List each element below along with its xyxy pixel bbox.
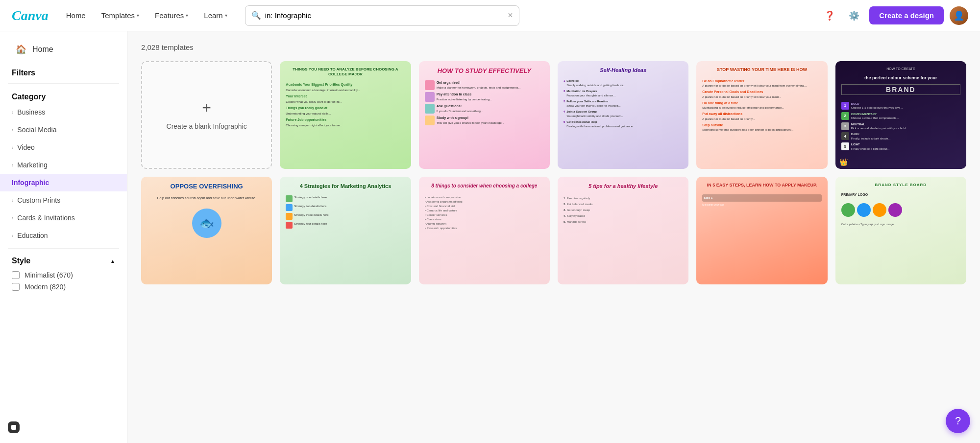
crown-icon: 👑 [839,158,848,166]
close-icon[interactable]: × [508,10,513,21]
template-card[interactable]: HOW TO CREATE the perfect colour scheme … [835,61,966,169]
template-card[interactable]: OPPOSE OVERFISHING Help our fisheries fl… [141,177,272,284]
sidebar-item-marketing[interactable]: › Marketing [0,156,127,174]
chevron-right-icon: › [12,215,13,221]
nav-templates[interactable]: Templates ▾ [96,7,145,23]
template-preview: IN 5 EASY STEPS, LEARN HOW TO APPLY MAKE… [696,177,827,284]
sidebar-item-home[interactable]: 🏠 Home [4,39,123,60]
sidebar-item-infographic[interactable]: Infographic [0,174,127,191]
template-preview: STOP WASTING YOUR TIME HERE IS HOW Be an… [696,61,827,169]
template-preview: THINGS YOU NEED TO ANALYZE BEFORE CHOOSI… [280,61,411,169]
template-card[interactable]: THINGS YOU NEED TO ANALYZE BEFORE CHOOSI… [280,61,411,169]
template-preview: HOW TO STUDY EFFECTIVELY Get organized!M… [419,61,550,169]
blank-label: Create a blank Infographic [167,122,247,132]
chevron-down-icon: ▾ [225,13,227,18]
gear-icon[interactable]: ⚙️ [845,6,863,25]
template-preview: 5 tips for a healthy lifestyle 1. Exerci… [558,177,688,284]
chevron-right-icon: › [12,233,13,238]
main-layout: 🏠 Home Filters Category › Business › Soc… [0,31,980,443]
minimalist-checkbox[interactable] [12,271,20,279]
sidebar-item-business[interactable]: › Business [0,103,127,121]
sidebar-item-custom-prints[interactable]: › Custom Prints [0,191,127,209]
template-card[interactable]: 5 tips for a healthy lifestyle 1. Exerci… [558,177,688,284]
chevron-right-icon: › [12,127,13,133]
template-grid-row1: + Create a blank Infographic THINGS YOU … [141,61,966,169]
template-preview: Self-Healing Ideas 1ExerciseSimply walki… [558,61,688,169]
template-grid-row2: OPPOSE OVERFISHING Help our fisheries fl… [141,177,966,284]
nav-learn[interactable]: Learn ▾ [198,7,233,23]
chevron-right-icon: › [12,110,13,115]
sidebar-item-education[interactable]: › Education [0,227,127,244]
sidebar-item-video[interactable]: › Video [0,139,127,156]
avatar[interactable]: 👤 [950,6,968,25]
blank-template-card[interactable]: + Create a blank Infographic [141,61,272,169]
style-minimalist: Minimalist (670) [12,271,115,279]
template-card[interactable]: STOP WASTING YOUR TIME HERE IS HOW Be an… [696,61,827,169]
template-card[interactable]: 4 Strategies for Marketing Analytics Str… [280,177,411,284]
sidebar-item-cards-invitations[interactable]: › Cards & Invitations [0,209,127,227]
chevron-right-icon: › [12,163,13,168]
template-preview: 8 things to consider when choosing a col… [419,177,550,284]
search-icon: 🔍 [251,11,261,20]
chat-button[interactable]: ? [946,409,970,433]
plus-icon: + [202,99,211,117]
search-bar: 🔍 × [245,5,519,26]
nav-home[interactable]: Home [60,7,92,23]
template-card[interactable]: HOW TO STUDY EFFECTIVELY Get organized!M… [419,61,550,169]
sidebar-item-social-media[interactable]: › Social Media [0,121,127,139]
template-card[interactable]: BRAND STYLE BOARD PRIMARY LOGO Color pal… [835,177,966,284]
chevron-right-icon: › [12,145,13,150]
template-card[interactable]: Self-Healing Ideas 1ExerciseSimply walki… [558,61,688,169]
template-card[interactable]: 8 things to consider when choosing a col… [419,177,550,284]
search-input[interactable] [265,11,504,20]
template-preview: BRAND STYLE BOARD PRIMARY LOGO Color pal… [835,177,966,284]
results-count: 2,028 templates [141,43,966,51]
template-preview: 4 Strategies for Marketing Analytics Str… [280,177,411,284]
template-card[interactable]: IN 5 EASY STEPS, LEARN HOW TO APPLY MAKE… [696,177,827,284]
template-preview: OPPOSE OVERFISHING Help our fisheries fl… [141,177,272,284]
nav-actions: ❓ ⚙️ Create a design 👤 [820,6,968,25]
template-preview: HOW TO CREATE the perfect colour scheme … [835,61,966,169]
filters-section: Filters Category › Business › Social Med… [0,64,127,244]
filters-title: Filters [0,64,127,79]
create-design-button[interactable]: Create a design [869,6,944,24]
modern-checkbox[interactable] [12,283,20,291]
logo[interactable]: Canva [12,8,49,23]
avatar-image: 👤 [950,6,968,25]
chevron-up-icon: ▲ [110,258,115,264]
category-title: Category [0,88,127,103]
navbar: Canva Home Templates ▾ Features ▾ Learn … [0,0,980,31]
nav-features[interactable]: Features ▾ [149,7,194,23]
home-icon: 🏠 [16,44,26,55]
chevron-down-icon: ▾ [186,13,188,18]
screen-record-indicator [8,421,20,433]
sidebar: 🏠 Home Filters Category › Business › Soc… [0,31,127,443]
help-icon[interactable]: ❓ [820,6,839,25]
style-section: Style ▲ Minimalist (670) Modern (820) [0,253,127,299]
content-area: 2,028 templates + Create a blank Infogra… [127,31,980,443]
style-title: Style ▲ [12,256,115,265]
chevron-down-icon: ▾ [137,13,139,18]
chevron-right-icon: › [12,198,13,203]
style-modern: Modern (820) [12,283,115,291]
